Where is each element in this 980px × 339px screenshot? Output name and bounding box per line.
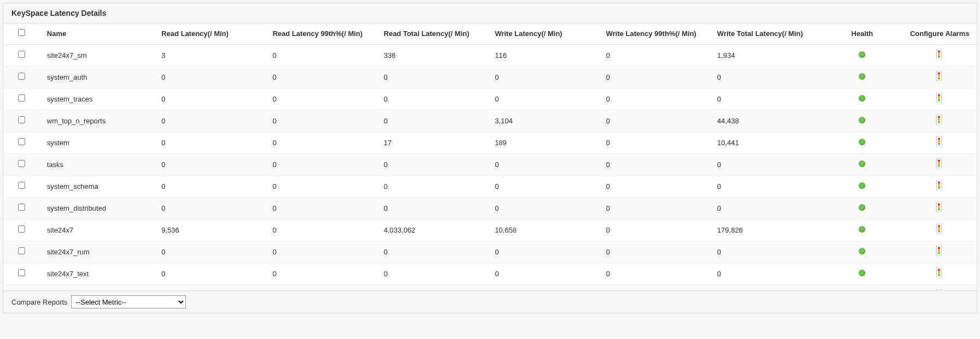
health-cell — [821, 44, 902, 66]
row-checkbox[interactable] — [18, 116, 25, 123]
column-header-read-total[interactable]: Read Total Latency(/ Min) — [377, 23, 488, 44]
write-latency-cell: 0 — [488, 241, 599, 263]
svg-point-42 — [938, 271, 940, 273]
traffic-light-icon[interactable] — [936, 115, 943, 126]
keyspace-name[interactable]: system_schema — [40, 175, 155, 197]
configure-alarms-cell — [902, 44, 977, 66]
traffic-light-icon[interactable] — [936, 180, 943, 191]
row-checkbox[interactable] — [18, 94, 25, 102]
traffic-light-icon[interactable] — [936, 267, 943, 278]
traffic-light-icon[interactable] — [936, 71, 943, 82]
health-cell — [821, 110, 902, 132]
read-latency-cell: 0 — [155, 110, 266, 132]
configure-alarms-cell — [902, 132, 977, 153]
column-header-read-latency-99[interactable]: Read Latency 99th%(/ Min) — [266, 23, 377, 44]
write-latency-cell: 0 — [488, 153, 599, 175]
compare-reports-label: Compare Reports — [11, 298, 68, 306]
traffic-light-icon[interactable] — [936, 158, 943, 169]
row-checkbox[interactable] — [18, 160, 25, 167]
traffic-light-icon[interactable] — [936, 136, 943, 147]
health-cell — [821, 132, 902, 153]
keyspace-name[interactable]: site24x7_rum — [40, 241, 155, 263]
column-header-read-latency[interactable]: Read Latency(/ Min) — [155, 23, 266, 44]
row-checkbox[interactable] — [18, 269, 25, 276]
row-checkbox[interactable] — [18, 138, 25, 145]
health-dot-icon — [859, 160, 865, 167]
write-latency-99-cell: 0 — [600, 153, 711, 175]
row-checkbox[interactable] — [18, 51, 25, 58]
write-latency-cell: 0 — [488, 88, 599, 110]
row-checkbox[interactable] — [18, 225, 25, 233]
keyspace-name[interactable]: site24x7_bm — [40, 284, 155, 291]
write-total-cell: 0 — [711, 88, 821, 110]
keyspace-name[interactable]: site24x7_text — [40, 263, 155, 284]
keyspace-name[interactable]: tasks — [40, 153, 155, 175]
svg-point-35 — [938, 230, 940, 232]
svg-point-31 — [938, 208, 940, 210]
metric-select[interactable]: --Select Metric-- — [71, 295, 186, 308]
write-latency-cell: 10,658 — [488, 219, 599, 241]
configure-alarms-cell — [902, 110, 977, 132]
read-latency-cell: 0 — [155, 175, 266, 197]
keyspace-name[interactable]: site24x7 — [40, 219, 155, 241]
health-cell — [821, 66, 902, 88]
select-all-checkbox[interactable] — [18, 29, 25, 36]
column-header-write-latency-99[interactable]: Write Latency 99th%(/ Min) — [600, 23, 711, 44]
read-total-cell: 0 — [377, 241, 488, 263]
row-checkbox[interactable] — [18, 73, 25, 80]
keyspace-name[interactable]: wm_top_n_reports — [40, 110, 155, 132]
traffic-light-icon[interactable] — [936, 224, 943, 235]
svg-point-26 — [938, 183, 940, 186]
keyspace-name[interactable]: system_distributed — [40, 197, 155, 219]
read-latency-99-cell: 0 — [266, 284, 377, 291]
keyspace-name[interactable]: system_traces — [40, 88, 155, 110]
read-latency-99-cell: 0 — [266, 175, 377, 197]
svg-point-30 — [938, 205, 940, 207]
svg-point-29 — [938, 203, 940, 205]
traffic-light-icon[interactable] — [936, 93, 943, 104]
write-latency-cell: 3,104 — [488, 110, 599, 132]
column-header-alarms[interactable]: Configure Alarms — [902, 23, 977, 44]
read-total-cell: 0 — [377, 88, 488, 110]
column-header-name[interactable]: Name — [40, 23, 155, 44]
keyspace-name[interactable]: system — [40, 132, 155, 153]
write-total-cell: 0 — [711, 197, 821, 219]
column-header-write-total[interactable]: Write Total Latency(/ Min) — [711, 23, 821, 44]
health-dot-icon — [859, 204, 865, 211]
row-checkbox[interactable] — [18, 204, 25, 211]
svg-point-7 — [938, 77, 940, 79]
write-total-cell: 0 — [711, 153, 821, 175]
table-row: site24x7_text000000 — [3, 263, 977, 284]
svg-point-19 — [938, 142, 940, 145]
write-total-cell: 10,441 — [711, 132, 821, 153]
column-header-health[interactable]: Health — [821, 23, 902, 44]
row-checkbox[interactable] — [18, 182, 25, 189]
read-latency-cell: 0 — [155, 132, 266, 153]
read-latency-99-cell: 0 — [266, 241, 377, 263]
write-latency-99-cell: 0 — [600, 110, 711, 132]
read-latency-99-cell: 0 — [266, 132, 377, 153]
keyspace-name[interactable]: system_auth — [40, 66, 155, 88]
keyspace-name[interactable]: site24x7_sm — [40, 44, 155, 66]
svg-point-21 — [938, 159, 940, 162]
write-latency-99-cell: 0 — [600, 88, 711, 110]
traffic-light-icon[interactable] — [936, 202, 943, 213]
write-total-cell: 0 — [711, 175, 821, 197]
read-total-cell: 0 — [377, 110, 488, 132]
health-dot-icon — [859, 270, 865, 276]
keyspace-latency-panel: KeySpace Latency Details Name Read Laten… — [3, 3, 977, 313]
svg-point-5 — [938, 72, 940, 74]
health-cell — [821, 284, 902, 291]
read-latency-99-cell: 0 — [266, 197, 377, 219]
traffic-light-icon[interactable] — [936, 246, 943, 257]
svg-point-33 — [938, 225, 940, 227]
column-header-write-latency[interactable]: Write Latency(/ Min) — [488, 23, 599, 44]
read-latency-cell: 0 — [155, 197, 266, 219]
traffic-light-icon[interactable] — [936, 49, 943, 60]
svg-point-41 — [938, 269, 940, 271]
write-total-cell: 0 — [711, 284, 821, 291]
read-total-cell: 0 — [377, 197, 488, 219]
table-scroll-area[interactable]: Name Read Latency(/ Min) Read Latency 99… — [3, 23, 977, 291]
read-total-cell: 336 — [377, 44, 488, 66]
row-checkbox[interactable] — [18, 247, 25, 254]
